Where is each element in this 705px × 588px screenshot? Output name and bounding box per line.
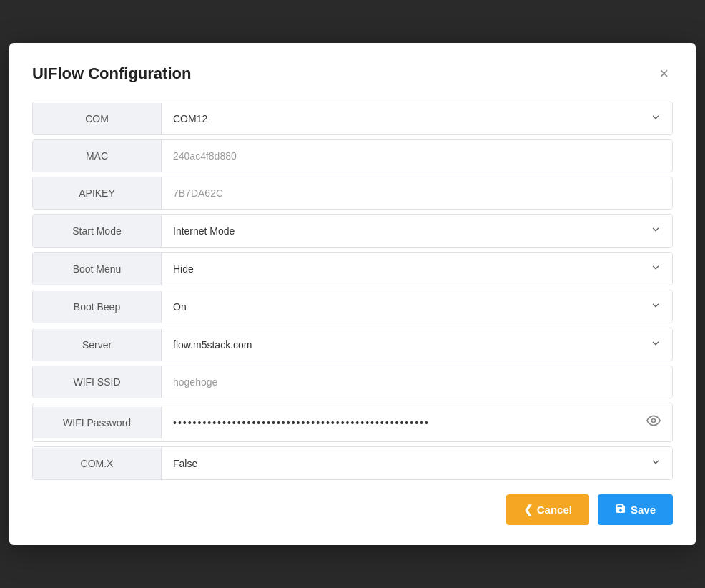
value-boot-menu[interactable]: Hide (162, 253, 672, 285)
value-text-mac: 240ac4f8d880 (173, 150, 237, 162)
value-text-server: flow.m5stack.com (173, 339, 252, 351)
label-server: Server (33, 329, 162, 361)
value-apikey: 7B7DA62C (162, 177, 672, 209)
chevron-icon-com-x (651, 457, 661, 469)
value-boot-beep[interactable]: On (162, 290, 672, 323)
value-text-wifi-ssid: hogehoge (173, 376, 217, 388)
save-disk-icon (615, 503, 626, 516)
label-apikey: APIKEY (33, 177, 162, 209)
form-row-start-mode: Start ModeInternet Mode (32, 214, 673, 248)
value-text-start-mode: Internet Mode (173, 225, 235, 237)
label-boot-beep: Boot Beep (33, 291, 162, 323)
label-wifi-password: WIFI Password (33, 407, 162, 438)
value-text-boot-beep: On (173, 301, 187, 313)
form-row-wifi-ssid: WIFI SSIDhogehoge (32, 366, 673, 398)
toggle-password-icon[interactable] (646, 413, 661, 431)
label-com-x: COM.X (33, 448, 162, 479)
label-boot-menu: Boot Menu (33, 253, 162, 285)
uiflow-config-modal: UIFlow Configuration × COMCOM12MAC240ac4… (9, 43, 696, 545)
form-row-com-x: COM.XFalse (32, 446, 673, 480)
value-com-x[interactable]: False (162, 447, 672, 479)
value-server[interactable]: flow.m5stack.com (162, 328, 672, 361)
close-button[interactable]: × (655, 63, 673, 84)
form-row-wifi-password: WIFI Password•••••••••••••••••••••••••••… (32, 403, 673, 442)
modal-footer: ❮ Cancel Save (32, 494, 673, 525)
chevron-icon-com (651, 112, 661, 124)
chevron-icon-start-mode (651, 225, 661, 237)
form-row-apikey: APIKEY7B7DA62C (32, 177, 673, 210)
value-wifi-ssid: hogehoge (162, 366, 672, 398)
value-wifi-password: ••••••••••••••••••••••••••••••••••••••••… (162, 403, 672, 441)
label-start-mode: Start Mode (33, 215, 162, 247)
value-com[interactable]: COM12 (162, 102, 672, 134)
cancel-chevron-icon: ❮ (523, 503, 533, 516)
form-row-boot-menu: Boot MenuHide (32, 252, 673, 285)
chevron-icon-boot-beep (651, 300, 661, 313)
password-dots: ••••••••••••••••••••••••••••••••••••••••… (173, 417, 430, 428)
modal-title: UIFlow Configuration (32, 64, 191, 83)
label-mac: MAC (33, 140, 162, 172)
cancel-label: Cancel (537, 504, 572, 516)
form-row-com: COMCOM12 (32, 102, 673, 135)
chevron-icon-boot-menu (651, 263, 661, 275)
modal-header: UIFlow Configuration × (32, 63, 673, 84)
value-mac: 240ac4f8d880 (162, 140, 672, 172)
cancel-button[interactable]: ❮ Cancel (506, 494, 589, 525)
value-text-com: COM12 (173, 113, 207, 124)
value-text-apikey: 7B7DA62C (173, 187, 223, 199)
form-row-boot-beep: Boot BeepOn (32, 290, 673, 323)
value-text-com-x: False (173, 458, 197, 469)
form-body: COMCOM12MAC240ac4f8d880APIKEY7B7DA62CSta… (32, 102, 673, 480)
save-label: Save (631, 504, 656, 516)
value-text-boot-menu: Hide (173, 263, 194, 275)
value-start-mode[interactable]: Internet Mode (162, 215, 672, 247)
svg-point-0 (652, 419, 656, 423)
form-row-mac: MAC240ac4f8d880 (32, 139, 673, 172)
label-com: COM (33, 103, 162, 134)
chevron-icon-server (651, 338, 661, 351)
label-wifi-ssid: WIFI SSID (33, 366, 162, 398)
form-row-server: Serverflow.m5stack.com (32, 328, 673, 361)
save-button[interactable]: Save (598, 494, 673, 525)
